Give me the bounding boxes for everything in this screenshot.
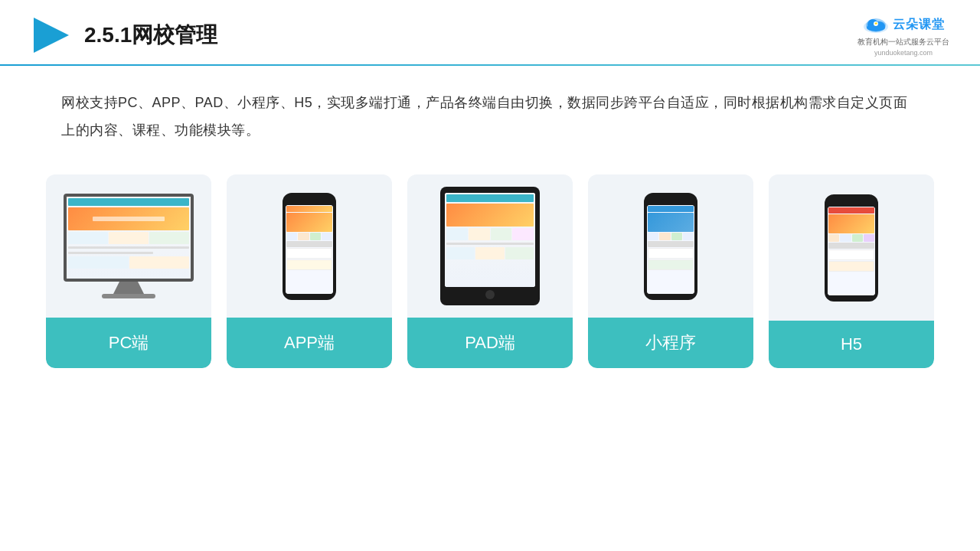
monitor-mockup [60, 194, 198, 298]
brand-cloud: 云朵课堂 [862, 14, 945, 35]
card-h5-image [769, 174, 934, 321]
phone-screen-h5 [828, 207, 875, 295]
svg-marker-0 [34, 18, 69, 53]
phone-mockup-app [283, 193, 336, 300]
monitor-base [102, 294, 155, 298]
header-left: 2.5.1网校管理 [31, 15, 217, 56]
phone-mockup-h5 [825, 194, 878, 302]
card-miniprogram: 小程序 [588, 174, 753, 368]
cards-container: PC端 [0, 159, 980, 383]
page-title: 2.5.1网校管理 [84, 21, 217, 50]
card-h5-label: H5 [769, 321, 934, 368]
card-app-label: APP端 [227, 318, 392, 368]
tablet-screen [445, 193, 535, 287]
card-miniprogram-label: 小程序 [588, 318, 753, 368]
card-app-image [227, 174, 392, 318]
card-pad-image [407, 174, 573, 318]
brand-url: yunduoketang.com [874, 49, 933, 57]
card-miniprogram-image [588, 174, 753, 318]
brand-logo: 云朵课堂 教育机构一站式服务云平台 yunduoketang.com [858, 14, 949, 57]
card-pad: PAD端 [407, 174, 573, 368]
card-pc: PC端 [46, 174, 211, 368]
card-pc-image [46, 174, 211, 318]
card-pc-label: PC端 [46, 318, 211, 368]
monitor-screen [64, 194, 194, 282]
monitor-stand [113, 282, 144, 294]
brand-name: 云朵课堂 [893, 17, 945, 33]
logo-icon [31, 15, 72, 56]
phone-mockup-mini [644, 193, 697, 300]
card-app: APP端 [227, 174, 392, 368]
card-h5: H5 [769, 174, 934, 368]
header: 2.5.1网校管理 云朵课堂 教育机构一站式服务云平台 yunduoketang… [0, 0, 980, 57]
brand-tagline: 教育机构一站式服务云平台 [858, 37, 949, 47]
page-description: 网校支持PC、APP、PAD、小程序、H5，实现多端打通，产品各终端自由切换，数… [0, 66, 980, 159]
cloud-icon [862, 14, 890, 35]
phone-screen-app [286, 205, 333, 294]
phone-screen-mini [647, 205, 694, 294]
tablet-mockup [440, 187, 540, 305]
card-pad-label: PAD端 [407, 318, 573, 368]
